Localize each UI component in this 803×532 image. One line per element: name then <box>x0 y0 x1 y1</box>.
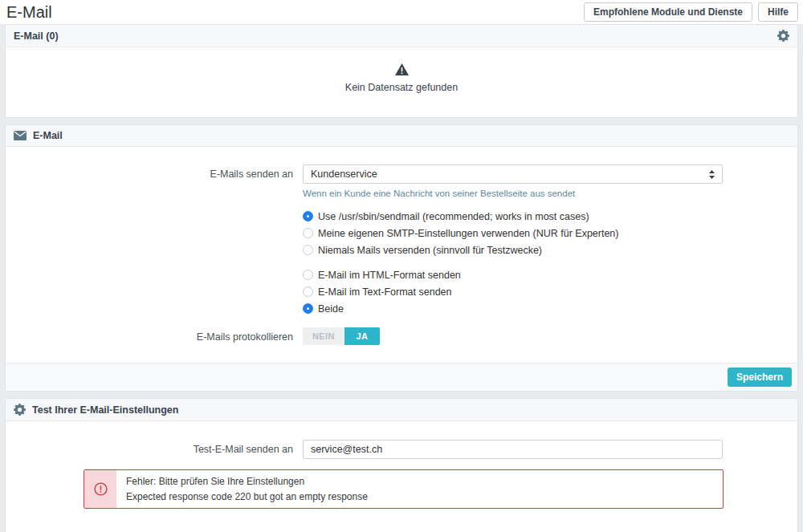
radio-dot <box>303 228 313 238</box>
sender-label: E-Mails senden an <box>6 164 303 317</box>
error-line-2: Expected response code 220 but got an em… <box>126 489 368 505</box>
test-recipient-input[interactable] <box>303 440 723 459</box>
email-list-panel-header: E-Mail (0) <box>6 25 797 47</box>
test-recipient-label: Test-E-Mail senden an <box>6 440 303 459</box>
radio-label: Beide <box>318 303 344 315</box>
sender-row: E-Mails senden an Kundenservice Wenn ein… <box>6 164 797 317</box>
empty-state: Kein Datensatz gefunden <box>6 47 797 117</box>
error-icon-cell <box>84 470 116 508</box>
radio-never-send[interactable]: Niemals Mails versenden (sinnvoll für Te… <box>303 242 723 258</box>
logging-toggle: NEIN JA <box>303 327 380 345</box>
error-message-box: Fehler: Bitte prüfen Sie Ihre Einstellun… <box>84 469 724 509</box>
radio-label: Use /usr/sbin/sendmail (recommended; wor… <box>318 211 589 222</box>
radio-dot <box>303 270 313 280</box>
email-list-panel-title: E-Mail (0) <box>14 30 59 42</box>
radio-both-formats[interactable]: Beide <box>303 300 723 317</box>
radio-text-format[interactable]: E-Mail im Text-Format senden <box>303 283 723 300</box>
logging-row: E-Mails protokollieren NEIN JA <box>6 327 797 345</box>
radio-dot <box>303 286 313 297</box>
empty-state-message: Kein Datensatz gefunden <box>6 82 797 93</box>
radio-dot <box>303 303 313 314</box>
radio-label: E-Mail im HTML-Format senden <box>318 270 461 281</box>
select-arrows-icon <box>709 170 715 179</box>
test-settings-panel-title: Test Ihrer E-Mail-Einstellungen <box>32 404 178 416</box>
radio-sendmail[interactable]: Use /usr/sbin/sendmail (recommended; wor… <box>303 208 723 225</box>
recommended-modules-button[interactable]: Empfohlene Module und Dienste <box>584 2 752 22</box>
error-line-1: Fehler: Bitte prüfen Sie Ihre Einstellun… <box>126 474 368 489</box>
format-radio-group: E-Mail im HTML-Format senden E-Mail im T… <box>303 266 723 317</box>
email-settings-panel-title: E-Mail <box>33 130 63 141</box>
test-settings-form: Test-E-Mail senden an Fehler: Bitte prüf… <box>6 421 797 532</box>
topbar: E-Mail Empfohlene Module und Dienste Hil… <box>0 0 803 24</box>
gear-icon <box>14 404 26 416</box>
help-button[interactable]: Hilfe <box>758 2 798 22</box>
email-settings-footer: Speichern <box>6 363 797 391</box>
sender-select[interactable]: Kundenservice <box>303 164 723 184</box>
transport-radio-group: Use /usr/sbin/sendmail (recommended; wor… <box>303 208 723 258</box>
radio-label: Meine eigenen SMTP-Einstellungen verwend… <box>318 228 619 239</box>
sender-helper-text: Wenn ein Kunde eine Nachricht von seiner… <box>303 189 723 198</box>
email-settings-form: E-Mails senden an Kundenservice Wenn ein… <box>6 147 797 345</box>
logging-toggle-off[interactable]: NEIN <box>303 327 344 345</box>
logging-label: E-Mails protokollieren <box>6 327 303 345</box>
sender-select-value: Kundenservice <box>311 169 377 180</box>
page-title: E-Mail <box>6 3 52 22</box>
save-button[interactable]: Speichern <box>728 368 792 387</box>
radio-own-smtp[interactable]: Meine eigenen SMTP-Einstellungen verwend… <box>303 225 723 242</box>
logging-toggle-on[interactable]: JA <box>344 327 380 345</box>
test-settings-panel: Test Ihrer E-Mail-Einstellungen Test-E-M… <box>5 398 798 532</box>
radio-label: E-Mail im Text-Format senden <box>318 286 452 298</box>
error-message-text: Fehler: Bitte prüfen Sie Ihre Einstellun… <box>116 470 377 508</box>
topbar-buttons: Empfohlene Module und Dienste Hilfe <box>584 2 798 22</box>
test-settings-panel-header: Test Ihrer E-Mail-Einstellungen <box>6 399 797 421</box>
email-settings-panel: E-Mail E-Mails senden an Kundenservice W… <box>5 124 798 392</box>
gear-icon[interactable] <box>777 30 789 42</box>
radio-label: Niemals Mails versenden (sinnvoll für Te… <box>318 245 542 256</box>
radio-dot <box>303 245 313 255</box>
error-exclamation-icon <box>94 482 108 496</box>
warning-triangle-icon <box>395 63 409 75</box>
radio-dot <box>303 211 313 221</box>
envelope-icon <box>14 131 26 140</box>
email-settings-panel-header: E-Mail <box>6 125 797 147</box>
test-recipient-row: Test-E-Mail senden an <box>6 440 797 459</box>
email-list-panel: E-Mail (0) Kein Datensatz gefunden <box>5 24 798 118</box>
radio-html-format[interactable]: E-Mail im HTML-Format senden <box>303 266 723 283</box>
